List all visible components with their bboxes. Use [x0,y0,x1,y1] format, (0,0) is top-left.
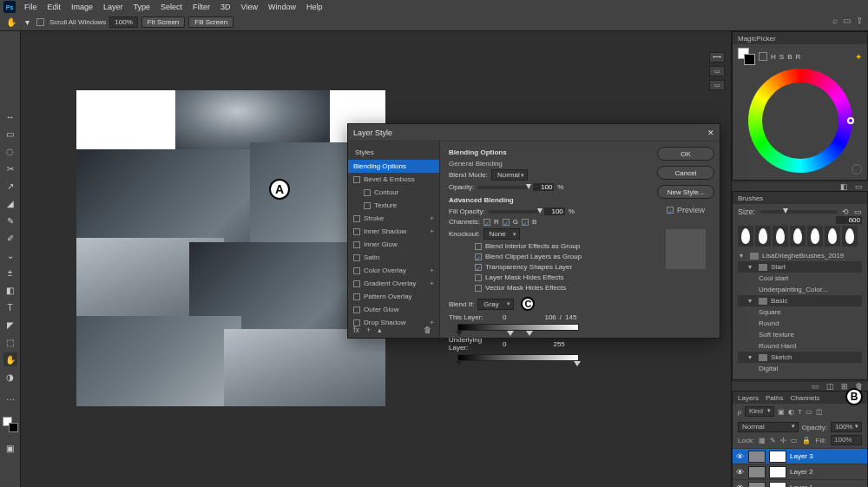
layer-thumb[interactable] [748,451,766,463]
menu-type[interactable]: Type [128,3,156,11]
mp-settings-icon[interactable] [852,164,862,174]
lock-pixels-icon[interactable]: ✎ [770,437,776,444]
filter-kind[interactable]: Kind [745,406,774,417]
fill-value[interactable]: 100% [831,435,862,445]
filter-adjust-icon[interactable]: ◐ [788,408,794,416]
lock-all-icon[interactable]: 🔒 [802,437,811,444]
layer-thumb[interactable] [748,482,766,488]
brush-tip[interactable] [773,226,788,247]
filter-type-icon[interactable]: T [798,408,802,416]
close-icon[interactable]: ✕ [707,128,714,137]
layer-name[interactable]: Layer 1 [790,484,813,487]
share-icon[interactable]: ⇪ [856,16,863,25]
menu-filter[interactable]: Filter [187,3,215,11]
style-texture[interactable]: Texture [348,199,439,212]
layer-thumb[interactable] [748,466,766,478]
fx-icon[interactable]: fx [353,326,359,334]
layers-tab[interactable]: Layers [738,394,759,402]
eraser-tool[interactable]: ⌄ [3,248,17,262]
magicpicker-tab[interactable]: MagicPicker [738,35,776,43]
menu-help[interactable]: Help [301,3,328,11]
style-outer-glow[interactable]: Outer Glow [348,303,439,316]
eye-icon[interactable]: 👁 [736,468,745,477]
menu-view[interactable]: View [236,3,263,11]
search-icon[interactable]: ⌕ [832,16,838,25]
star-icon[interactable]: ✦ [855,52,862,62]
slider-handle[interactable] [456,331,463,336]
zoom-level[interactable]: 100% [109,16,137,28]
style-pattern-overlay[interactable]: Pattern Overlay [348,290,439,303]
brush-preset[interactable]: Underpainting_Color... [738,284,862,295]
fill-opacity-value[interactable]: 100 [544,207,565,215]
brush-preset[interactable]: Round [738,318,862,329]
brush-preset[interactable]: Round Hard [738,340,862,352]
blend-mode-dropdown[interactable]: Normal [738,422,799,432]
brush-size-slider[interactable] [760,210,837,214]
eye-icon[interactable]: 👁 [736,452,745,461]
style-bevel[interactable]: Bevel & Emboss [348,173,439,186]
marquee-tool[interactable]: ▭ [3,127,17,141]
filter-shape-icon[interactable]: ▭ [806,408,812,416]
style-contour[interactable]: Contour [348,186,439,199]
blend-if-select[interactable]: Gray [477,299,514,310]
mp-mode-s[interactable]: S [779,53,784,61]
healing-tool[interactable]: ◢ [3,196,17,210]
mask-thumb[interactable] [769,466,786,478]
layer-name[interactable]: Layer 3 [790,452,813,460]
channel-b-checkbox[interactable] [522,219,529,226]
brushes-tab[interactable]: Brushes [738,194,763,202]
menu-layer[interactable]: Layer [98,3,128,11]
up-icon[interactable]: ▴ [378,326,382,334]
panel-menu-icon[interactable]: ▭ [854,207,862,216]
brush-group-start[interactable]: ▾Start [738,261,862,273]
ok-button[interactable]: OK [657,147,714,161]
style-stroke[interactable]: Stroke+ [348,212,439,225]
nav-fit-icon[interactable]: ⟷ [709,52,725,63]
blend-interior-checkbox[interactable] [475,243,482,250]
color-wheel[interactable] [748,69,852,173]
lasso-tool[interactable]: ◌ [3,144,17,158]
brush-preset[interactable]: Digital [738,363,862,374]
slider-handle[interactable] [574,361,581,366]
document[interactable]: A [76,90,385,406]
pen-tool[interactable]: ◤ [3,318,17,332]
fill-opacity-slider[interactable] [489,210,541,214]
hand-tool-icon[interactable]: ✋ [5,16,17,29]
style-satin[interactable]: Satin [348,251,439,264]
filter-pixel-icon[interactable]: ▣ [778,408,785,416]
brush-tool[interactable]: ✎ [3,214,17,227]
scroll-all-windows-checkbox[interactable] [36,18,44,26]
underlying-track[interactable] [457,354,579,361]
preview-checkbox[interactable] [667,207,674,214]
brush-group-root[interactable]: ▾LisaDriegheBrushes_2019 [738,250,862,261]
tool-preset-dropdown[interactable]: ▾ [21,16,33,29]
channel-r-checkbox[interactable] [483,219,490,226]
brush-group-sketch[interactable]: ▾Sketch [738,352,862,363]
opacity-slider[interactable] [477,186,529,189]
brush-tip[interactable] [755,226,771,247]
blend-mode-select[interactable]: Normal [491,169,528,181]
mp-box-icon[interactable] [759,52,767,61]
flip-icon[interactable]: ⟲ [842,207,849,216]
layer-row[interactable]: 👁Layer 1 [733,479,867,487]
knockout-select[interactable]: None [483,228,520,240]
lock-position-icon[interactable]: ✢ [780,437,786,444]
fit-screen-button[interactable]: Fit Screen [141,16,185,28]
layer-row[interactable]: 👁Layer 2 [733,464,867,479]
brush-group-basic[interactable]: ▾Basic [738,295,862,306]
crop-tool[interactable]: ✂ [3,161,17,175]
new-style-button[interactable]: New Style... [657,185,714,199]
filter-smart-icon[interactable]: ◫ [816,408,823,416]
panel-icon[interactable]: ◧ [840,182,848,191]
brush-preset[interactable]: Cool start [738,273,862,284]
gradient-tool[interactable]: ◧ [3,283,17,297]
mp-mode-h[interactable]: H [771,53,776,61]
style-inner-shadow[interactable]: Inner Shadow+ [348,225,439,238]
quickmask-icon[interactable]: ▣ [3,441,17,455]
style-color-overlay[interactable]: Color Overlay+ [348,264,439,277]
layer-opacity[interactable]: 100% [831,422,862,432]
blend-clipped-checkbox[interactable] [475,253,482,260]
mp-swatches[interactable] [738,48,755,65]
brush-size-value[interactable]: 600 [836,216,862,224]
brush-tip[interactable] [738,226,753,247]
